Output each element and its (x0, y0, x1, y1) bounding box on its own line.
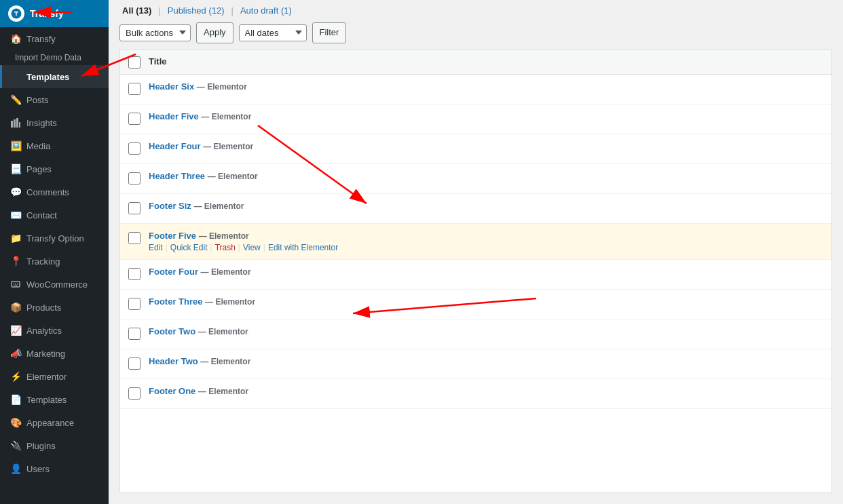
row-action-view[interactable]: View (243, 243, 261, 252)
row-content-3: Header Four — Elementor (149, 141, 823, 151)
tab-all[interactable]: All (13) (119, 4, 154, 17)
sidebar-item-tracking[interactable]: 📍 Tracking (0, 250, 109, 273)
sidebar-item-media[interactable]: 🖼️ Media (0, 134, 109, 157)
row-content-2: Header Five — Elementor (149, 111, 823, 121)
tab-filter-bar: All (13) | Published (12) | Auto draft (… (109, 0, 843, 17)
row-title-1[interactable]: Header Six — Elementor (149, 81, 247, 92)
sidebar-item-users[interactable]: 👤 Users (0, 457, 109, 480)
row-title-11[interactable]: Footer One — Elementor (149, 386, 248, 396)
row-action-quick-edit[interactable]: Quick Edit (170, 243, 208, 252)
plugins-icon: 🔌 (10, 440, 21, 451)
sidebar-item-appearance[interactable]: 🎨 Appearance (0, 411, 109, 434)
select-all-checkbox[interactable] (128, 56, 140, 69)
row-content-11: Footer One — Elementor (149, 386, 823, 396)
insights-icon (10, 117, 21, 128)
table-row: Footer One — Elementor (120, 379, 831, 409)
table-row: Footer Three — Elementor (120, 290, 831, 319)
sidebar-item-insights[interactable]: Insights (0, 111, 109, 134)
sidebar-label-comments: Comments (26, 187, 69, 197)
sidebar-label-pages: Pages (26, 164, 52, 174)
table-row: Footer Siz — Elementor (120, 194, 831, 224)
tab-auto-draft[interactable]: Auto draft (1) (238, 4, 295, 17)
table-row: Footer Two — Elementor (120, 319, 831, 349)
tracking-icon: 📍 (10, 256, 21, 267)
sidebar-item-transfy[interactable]: 🏠 Transfy (0, 27, 109, 50)
row-title-10[interactable]: Header Two — Elementor (149, 356, 250, 366)
row-checkbox-7[interactable] (128, 268, 140, 280)
sidebar-item-templates[interactable]: Templates (0, 65, 109, 88)
main-content: All (13) | Published (12) | Auto draft (… (109, 0, 843, 504)
appearance-icon: 🎨 (10, 417, 21, 428)
row-checkbox-1[interactable] (128, 83, 140, 95)
media-icon: 🖼️ (10, 140, 21, 151)
tab-published[interactable]: Published (12) (165, 4, 227, 17)
row-checkbox-4[interactable] (128, 172, 140, 185)
brand-title: Transfy (30, 8, 64, 19)
sidebar-item-products[interactable]: 📦 Products (0, 296, 109, 319)
row-checkbox-10[interactable] (128, 357, 140, 370)
sidebar-item-posts[interactable]: ✏️ Posts (0, 88, 109, 111)
table-row: Header Three — Elementor (120, 164, 831, 194)
svg-text:W: W (14, 282, 18, 287)
woocommerce-icon: W (10, 279, 21, 290)
row-title-2[interactable]: Header Five — Elementor (149, 111, 251, 121)
filter-button[interactable]: Filter (312, 22, 347, 43)
sidebar-item-analytics[interactable]: 📈 Analytics (0, 319, 109, 342)
contact-icon: ✉️ (10, 210, 21, 220)
sidebar-item-pages[interactable]: 📃 Pages (0, 157, 109, 180)
svg-rect-2 (14, 119, 16, 128)
bulk-actions-select[interactable]: Bulk actions (119, 24, 191, 41)
row-title-9[interactable]: Footer Two — Elementor (149, 326, 248, 336)
templates-icon (10, 71, 21, 82)
row-title-6[interactable]: Footer Five — Elementor (149, 231, 249, 241)
row-checkbox-11[interactable] (128, 387, 140, 400)
sidebar-item-templates2[interactable]: 📄 Templates (0, 388, 109, 411)
row-action-edit-with-elementor[interactable]: Edit with Elementor (268, 243, 338, 252)
row-title-4[interactable]: Header Three — Elementor (149, 171, 258, 181)
apply-button[interactable]: Apply (196, 22, 233, 43)
row-title-3[interactable]: Header Four — Elementor (149, 141, 253, 151)
sidebar-item-elementor[interactable]: ⚡ Elementor (0, 365, 109, 388)
row-title-5[interactable]: Footer Siz — Elementor (149, 201, 244, 211)
sidebar-label-import-demo: Import Demo Data (15, 53, 81, 62)
row-checkbox-3[interactable] (128, 142, 140, 155)
row-action-edit[interactable]: Edit (149, 243, 163, 252)
row-content-8: Footer Three — Elementor (149, 296, 823, 307)
sidebar-item-woocommerce[interactable]: W WooCommerce (0, 273, 109, 296)
row-checkbox-6[interactable] (128, 232, 140, 244)
row-action-trash[interactable]: Trash (215, 243, 236, 252)
sidebar-label-transfy-option: Transfy Option (26, 233, 84, 244)
table-row: Header Two — Elementor (120, 349, 831, 379)
svg-rect-4 (19, 122, 20, 128)
sidebar-label-contact: Contact (26, 210, 57, 220)
svg-rect-3 (16, 118, 18, 128)
sidebar-item-plugins[interactable]: 🔌 Plugins (0, 434, 109, 457)
products-icon: 📦 (10, 302, 21, 313)
templates2-icon: 📄 (10, 394, 21, 405)
sidebar-label-appearance: Appearance (26, 418, 74, 428)
sidebar-item-comments[interactable]: 💬 Comments (0, 180, 109, 203)
sidebar-logo (8, 5, 24, 22)
sidebar-item-contact[interactable]: ✉️ Contact (0, 203, 109, 227)
sidebar-label-templates: Templates (26, 72, 69, 82)
row-checkbox-9[interactable] (128, 328, 140, 340)
table-row: Footer Five — Elementor Edit | Quick Edi… (120, 224, 831, 260)
row-content-5: Footer Siz — Elementor (149, 201, 823, 211)
all-dates-select[interactable]: All dates (239, 24, 307, 41)
row-checkbox-5[interactable] (128, 202, 140, 214)
sidebar-label-posts: Posts (26, 95, 49, 105)
sidebar-label-users: Users (26, 464, 50, 474)
table-header-row: Title (120, 50, 831, 75)
row-content-7: Footer Four — Elementor (149, 267, 823, 277)
row-title-7[interactable]: Footer Four — Elementor (149, 267, 251, 277)
sidebar-item-transfy-option[interactable]: 📁 Transfy Option (0, 227, 109, 250)
sidebar-item-marketing[interactable]: 📣 Marketing (0, 342, 109, 365)
table-header-title: Title (149, 56, 167, 66)
row-content-10: Header Two — Elementor (149, 356, 823, 366)
sidebar-item-import-demo[interactable]: Import Demo Data (0, 50, 109, 65)
row-checkbox-2[interactable] (128, 113, 140, 125)
sidebar: Transfy 🏠 Transfy Import Demo Data Templ… (0, 0, 109, 504)
row-checkbox-8[interactable] (128, 298, 140, 310)
row-title-8[interactable]: Footer Three — Elementor (149, 296, 255, 307)
sidebar-label-marketing: Marketing (26, 349, 65, 359)
